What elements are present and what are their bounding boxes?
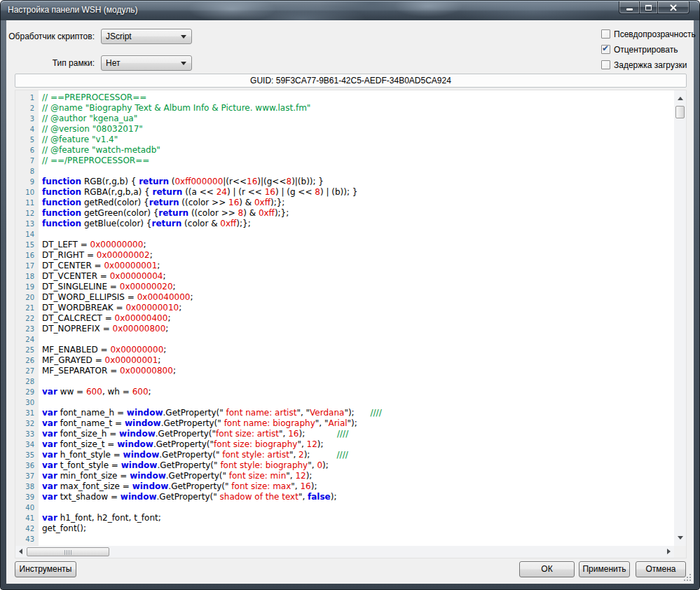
tools-button[interactable]: Инструменты <box>15 561 76 577</box>
editor-code[interactable]: // ==PREPROCESSOR==// @name "Biography T… <box>39 90 674 546</box>
checkbox-box[interactable] <box>601 60 610 69</box>
scroll-right-icon[interactable] <box>667 549 671 554</box>
checkbox-row-1[interactable]: Псевдопрозрачность <box>601 29 696 39</box>
line-number: 9 <box>15 177 39 187</box>
code-line[interactable]: var min_font_size = window.GetProperty("… <box>42 471 674 481</box>
line-number: 6 <box>15 145 39 156</box>
line-number: 3 <box>15 114 39 124</box>
code-line[interactable]: DT_VCENTER = 0x00000004; <box>42 271 674 282</box>
checkbox-row-3[interactable]: Задержка загрузки <box>601 60 696 70</box>
code-line[interactable] <box>42 534 674 544</box>
code-line[interactable]: var t_font_style = window.GetProperty(" … <box>42 460 674 471</box>
code-line[interactable] <box>42 376 674 387</box>
line-number: 24 <box>15 334 39 345</box>
code-line[interactable]: MF_GRAYED = 0x00000001; <box>42 355 674 366</box>
line-number: 34 <box>15 439 39 450</box>
line-number: 14 <box>15 229 39 240</box>
resize-grip-icon[interactable] <box>684 574 692 582</box>
code-line[interactable] <box>42 397 674 408</box>
script-engine-select[interactable]: JScript <box>101 29 192 44</box>
editor-gutter: 1234567891011121314151617181920212223242… <box>15 90 39 546</box>
checkbox-box[interactable] <box>601 29 610 39</box>
scroll-down-icon[interactable] <box>678 536 683 540</box>
maximize-icon <box>645 5 652 11</box>
code-line[interactable] <box>42 166 674 177</box>
code-line[interactable]: // @name "Biography Text & Album Info & … <box>42 103 674 114</box>
line-number: 27 <box>15 366 39 376</box>
code-line[interactable]: MF_ENABLED = 0x00000000; <box>42 345 674 355</box>
code-line[interactable]: DT_RIGHT = 0x00000002; <box>42 250 674 261</box>
code-line[interactable]: var font_size_t = window.GetProperty("fo… <box>42 439 674 450</box>
code-line[interactable]: // @feature "watch-metadb" <box>42 145 674 156</box>
code-line[interactable] <box>42 334 674 345</box>
code-line[interactable]: DT_WORD_ELLIPSIS = 0x00040000; <box>42 292 674 303</box>
horizontal-scroll-thumb[interactable] <box>27 547 109 556</box>
apply-button[interactable]: Применить <box>579 561 630 577</box>
code-line[interactable]: var ww = 600, wh = 600; <box>42 387 674 397</box>
vertical-scroll-thumb[interactable] <box>675 106 685 118</box>
window-controls <box>619 1 689 14</box>
code-line[interactable]: var h1_font, h2_font, t_font; <box>42 513 674 523</box>
code-line[interactable]: function getBlue(color) {return (color &… <box>42 219 674 229</box>
scroll-left-icon[interactable] <box>19 549 22 554</box>
line-number: 10 <box>15 187 39 198</box>
line-number: 21 <box>15 303 39 313</box>
code-line[interactable]: DT_LEFT = 0x00000000; <box>42 240 674 250</box>
frame-type-value: Нет <box>106 58 120 68</box>
code-line[interactable]: MF_SEPARATOR = 0x00000800; <box>42 366 674 376</box>
line-number: 1 <box>15 92 39 103</box>
code-line[interactable]: // ==PREPROCESSOR== <box>42 92 674 103</box>
code-line[interactable]: // @author "kgena_ua" <box>42 114 674 124</box>
guid-bar: GUID: 59F3CA77-9B61-42C5-AEDF-34B0AD5CA9… <box>15 74 687 88</box>
close-button[interactable] <box>658 1 689 14</box>
line-number: 41 <box>15 513 39 523</box>
check-icon: ✔ <box>602 43 609 53</box>
code-line[interactable]: function RGBA(r,g,b,a) { return ((a << 2… <box>42 187 674 198</box>
code-line[interactable]: DT_WORDBREAK = 0x00000010; <box>42 303 674 313</box>
checkbox-row-2[interactable]: ✔Отцентрировать <box>601 44 696 55</box>
checkbox-box[interactable]: ✔ <box>601 45 610 54</box>
code-line[interactable]: function getRed(color) {return ((color >… <box>42 198 674 208</box>
code-line[interactable]: DT_CALCRECT = 0x00000400; <box>42 313 674 324</box>
script-engine-label: Обработчик скриптов: <box>6 32 95 41</box>
ok-button[interactable]: ОК <box>519 561 575 577</box>
horizontal-scrollbar[interactable] <box>15 546 675 558</box>
code-line[interactable]: var font_name_h = window.GetProperty(" f… <box>42 408 674 418</box>
title-bar[interactable]: Настройка панели WSH (модуль) <box>1 1 699 20</box>
minimize-button[interactable] <box>619 1 639 14</box>
line-number: 43 <box>15 534 39 544</box>
checkbox-label: Задержка загрузки <box>614 60 687 70</box>
code-line[interactable] <box>42 229 674 240</box>
chevron-down-icon <box>181 35 186 39</box>
cancel-button[interactable]: Отмена <box>636 561 686 577</box>
code-line[interactable]: // @feature "v1.4" <box>42 135 674 145</box>
code-line[interactable] <box>42 502 674 513</box>
line-number: 18 <box>15 271 39 282</box>
frame-type-select[interactable]: Нет <box>101 55 192 71</box>
code-line[interactable]: var font_name_t = window.GetProperty(" f… <box>42 418 674 429</box>
code-line[interactable]: function RGB(r,g,b) { return (0xff000000… <box>42 177 674 187</box>
line-number: 35 <box>15 450 39 460</box>
code-line[interactable]: var max_font_size = window.GetProperty("… <box>42 481 674 492</box>
line-number: 38 <box>15 481 39 492</box>
code-line[interactable]: DT_CENTER = 0x00000001; <box>42 261 674 271</box>
close-icon <box>670 4 677 11</box>
code-line[interactable]: var font_size_h = window.GetProperty("fo… <box>42 429 674 439</box>
line-number: 15 <box>15 240 39 250</box>
code-line[interactable]: // ==/PREPROCESSOR== <box>42 156 674 166</box>
dialog-client-area: Обработчик скриптов: JScript Тип рамки: … <box>6 20 694 584</box>
line-number: 26 <box>15 355 39 366</box>
line-number: 22 <box>15 313 39 324</box>
code-line[interactable]: // @version "08032017" <box>42 124 674 135</box>
scroll-up-icon[interactable] <box>678 97 683 100</box>
script-editor[interactable]: 1234567891011121314151617181920212223242… <box>15 90 687 558</box>
maximize-button[interactable] <box>639 1 658 14</box>
code-line[interactable]: var h_font_style = window.GetProperty(" … <box>42 450 674 460</box>
code-line[interactable]: function getGreen(color) {return ((color… <box>42 208 674 219</box>
line-number: 13 <box>15 219 39 229</box>
code-line[interactable]: DT_SINGLELINE = 0x00000020; <box>42 282 674 292</box>
code-line[interactable]: get_font(); <box>42 523 674 534</box>
code-line[interactable]: var txt_shadow = window.GetProperty(" sh… <box>42 492 674 502</box>
code-line[interactable]: DT_NOPREFIX = 0x00000800; <box>42 324 674 334</box>
vertical-scrollbar[interactable] <box>674 90 686 547</box>
